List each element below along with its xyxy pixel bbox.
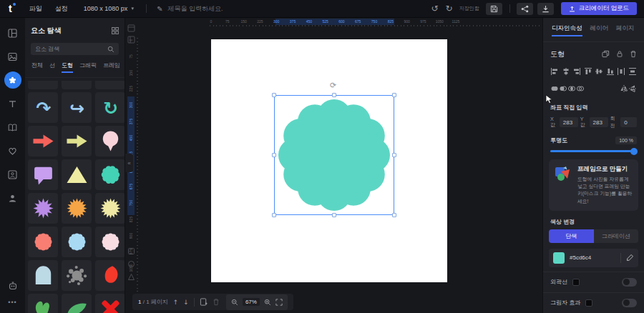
menu-file[interactable]: 파일 bbox=[29, 4, 42, 14]
delete-page-button[interactable] bbox=[213, 296, 220, 309]
frame-promo-card[interactable]: 프레임으로 만들기 도형에 사진을 자유롭게 넣고 싶다면 프레임 만능키(마스… bbox=[549, 159, 638, 211]
canvas-tool-icon-5[interactable] bbox=[127, 271, 135, 284]
menu-settings[interactable]: 설정 bbox=[55, 4, 68, 14]
shape-thumbnail-arrow-right[interactable] bbox=[28, 126, 58, 156]
outline-color-swatch[interactable] bbox=[572, 279, 580, 286]
tab-pages[interactable]: 페이지 bbox=[616, 24, 635, 36]
shape-thumbnail-arch[interactable] bbox=[28, 260, 58, 291]
page-up-icon[interactable]: ↑ bbox=[173, 299, 179, 306]
tab-all[interactable]: 전체 bbox=[31, 61, 43, 73]
shape-thumbnail-triangle[interactable] bbox=[62, 159, 92, 190]
shape-thumbnail-seal[interactable] bbox=[28, 227, 58, 257]
creator-upload-button[interactable]: 크리에이터 업로드 bbox=[561, 2, 637, 15]
shadow-toggle[interactable] bbox=[622, 299, 637, 307]
shape-thumbnail-petal[interactable] bbox=[95, 260, 125, 291]
zoom-in-button[interactable] bbox=[264, 296, 271, 309]
y-input[interactable]: 283 bbox=[590, 117, 608, 127]
gradient-fill-button[interactable]: 그라데이션 bbox=[594, 229, 639, 243]
edit-title-icon[interactable]: ✎ bbox=[157, 5, 162, 13]
sidebar-item-frame[interactable] bbox=[4, 166, 21, 183]
shape-thumbnail-partial[interactable] bbox=[95, 81, 125, 89]
shape-thumbnail-x-mark[interactable] bbox=[95, 294, 125, 313]
slider-knob[interactable] bbox=[630, 148, 638, 155]
zoom-out-button[interactable] bbox=[231, 296, 238, 309]
tab-line[interactable]: 선 bbox=[49, 61, 55, 73]
add-page-button[interactable] bbox=[200, 296, 208, 309]
more-icon[interactable]: ••• bbox=[8, 299, 16, 306]
sidebar-item-image[interactable] bbox=[4, 48, 21, 65]
shape-thumbnail-seal[interactable] bbox=[62, 227, 92, 257]
shape-thumbnail-sunburst[interactable] bbox=[62, 193, 92, 224]
flip-vertical-icon[interactable] bbox=[628, 83, 637, 96]
align-bottom-icon[interactable] bbox=[606, 66, 615, 79]
resize-handle-se[interactable] bbox=[392, 213, 396, 217]
sidebar-item-template[interactable] bbox=[4, 24, 21, 41]
shadow-color-swatch[interactable] bbox=[585, 299, 592, 307]
tab-shape[interactable]: 도형 bbox=[62, 61, 73, 73]
eyedropper-icon[interactable] bbox=[626, 252, 634, 264]
rotation-input[interactable]: 0 bbox=[620, 117, 637, 127]
canvas-area[interactable]: 0751502253003754505256006757508259009751… bbox=[125, 18, 542, 313]
page-down-icon[interactable]: ↓ bbox=[183, 299, 189, 306]
canvas-tool-icon-2[interactable] bbox=[127, 34, 135, 46]
shape-thumbnail-splat[interactable] bbox=[62, 260, 92, 291]
rotate-handle-icon[interactable]: ⟳ bbox=[330, 81, 336, 90]
shape-thumbnail-partial[interactable] bbox=[28, 81, 58, 89]
align-left-icon[interactable] bbox=[550, 66, 559, 79]
distribute-v-icon[interactable] bbox=[628, 66, 637, 79]
tab-layers[interactable]: 레이어 bbox=[590, 24, 609, 36]
x-input[interactable]: 283 bbox=[560, 117, 578, 127]
delete-button[interactable] bbox=[630, 48, 637, 61]
save-button[interactable] bbox=[486, 3, 502, 15]
shape-thumbnail-leaf[interactable] bbox=[28, 294, 58, 313]
shape-thumbnail-seal[interactable] bbox=[95, 227, 125, 257]
resize-handle-ne[interactable] bbox=[392, 93, 396, 97]
collapse-panel-button[interactable]: « bbox=[125, 154, 133, 172]
canvas-size-dropdown[interactable]: 1080 x 1080 px▼ bbox=[84, 5, 135, 12]
boolean-intersect-icon[interactable] bbox=[567, 83, 576, 96]
resize-handle-e[interactable] bbox=[392, 153, 396, 157]
opacity-value[interactable]: 100 % bbox=[615, 136, 637, 144]
align-right-icon[interactable] bbox=[572, 66, 581, 79]
align-top-icon[interactable] bbox=[584, 66, 592, 79]
sidebar-item-library[interactable] bbox=[4, 119, 21, 136]
shape-thumbnail-curved-arrow[interactable]: ↷ bbox=[28, 92, 58, 123]
solid-fill-button[interactable]: 단색 bbox=[549, 229, 594, 243]
sidebar-item-assistant[interactable] bbox=[4, 277, 21, 294]
shape-thumbnail-speech-bubble[interactable] bbox=[28, 159, 58, 190]
color-swatch[interactable] bbox=[553, 252, 565, 264]
opacity-slider[interactable] bbox=[550, 150, 637, 152]
resize-handle-n[interactable] bbox=[332, 93, 336, 97]
tab-graphic[interactable]: 그래픽 bbox=[79, 61, 97, 73]
shape-thumbnail-flower[interactable] bbox=[95, 159, 125, 190]
shape-thumbnail-partial[interactable] bbox=[62, 81, 92, 89]
boolean-subtract-icon[interactable] bbox=[559, 83, 567, 96]
shape-thumbnail-leaf2[interactable] bbox=[62, 294, 92, 313]
document-title-input[interactable]: 제목을 입력하세요. bbox=[168, 4, 223, 14]
lock-button[interactable] bbox=[616, 48, 623, 61]
canvas-tool-icon-4[interactable] bbox=[127, 258, 135, 271]
share-button[interactable] bbox=[517, 3, 533, 15]
boolean-exclude-icon[interactable] bbox=[576, 83, 585, 96]
canvas-tool-icon-3[interactable] bbox=[127, 245, 135, 258]
search-input[interactable]: 요소 검색 bbox=[31, 43, 119, 55]
sidebar-item-text[interactable] bbox=[4, 95, 21, 112]
redo-icon[interactable]: ↻ bbox=[446, 4, 453, 14]
download-button[interactable] bbox=[537, 3, 554, 15]
resize-handle-s[interactable] bbox=[332, 213, 336, 217]
shape-thumbnail-starburst[interactable] bbox=[28, 193, 58, 224]
shape-thumbnail-sunburst[interactable] bbox=[95, 193, 125, 224]
zoom-level[interactable]: 67% bbox=[243, 298, 260, 306]
sidebar-item-shapes[interactable] bbox=[4, 71, 21, 89]
undo-icon[interactable]: ↺ bbox=[431, 4, 439, 14]
hex-value[interactable]: #5cd6c4 bbox=[570, 254, 591, 261]
sidebar-item-profile[interactable] bbox=[4, 189, 21, 207]
resize-handle-sw[interactable] bbox=[272, 213, 276, 217]
tab-design-properties[interactable]: 디자인속성 bbox=[552, 24, 582, 36]
tab-frame[interactable]: 프레임 bbox=[103, 61, 120, 73]
fit-screen-button[interactable] bbox=[275, 296, 283, 309]
align-center-h-icon[interactable] bbox=[562, 66, 570, 79]
color-picker-row[interactable]: #5cd6c4 bbox=[549, 249, 638, 267]
sidebar-item-favorites[interactable] bbox=[4, 142, 21, 159]
shape-thumbnail-circular-arrow[interactable]: ↻ bbox=[95, 92, 125, 123]
